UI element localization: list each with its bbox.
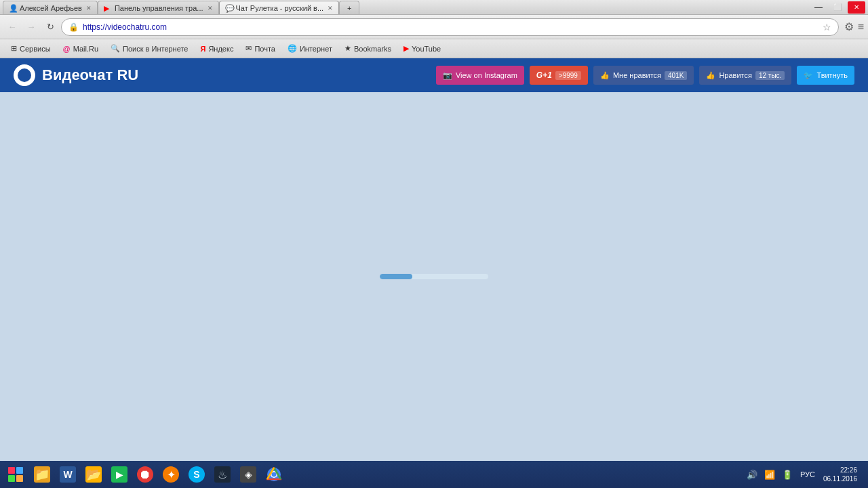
search-icon: 🔍 <box>111 44 120 53</box>
taskbar-record[interactable]: ⏺ <box>133 463 157 486</box>
skype-icon: S <box>189 466 205 483</box>
bookmark-internet-label: Интернет <box>300 45 332 53</box>
window-controls: — ⬜ ✕ <box>810 1 865 14</box>
nav-bar: ← → ↻ 🔒 https://videochatru.com ☆ ⚙ ≡ <box>0 15 868 39</box>
bookmark-mail-label: Почта <box>254 45 275 53</box>
bookmark-youtube[interactable]: ▶ YouTube <box>398 41 446 56</box>
minimize-button[interactable]: — <box>810 1 827 14</box>
like-label: Мне нравится <box>613 71 661 79</box>
close-button[interactable]: ✕ <box>848 1 865 14</box>
logo-icon <box>14 64 35 86</box>
like-button[interactable]: 👍 Мне нравится 401K <box>593 66 694 85</box>
tab-3-icon: 💬 <box>225 4 233 12</box>
taskbar-app2[interactable]: ◈ <box>236 463 260 486</box>
bookmark-search[interactable]: 🔍 Поиск в Интернете <box>105 41 193 56</box>
google-icon: G+1 <box>536 70 552 80</box>
yandex-icon: Я <box>200 45 205 53</box>
google-count: >9999 <box>555 71 581 80</box>
steam-icon: ♨ <box>214 466 231 483</box>
win-quad-3 <box>8 475 15 482</box>
tab-bar: 👤 Алексей Арефьев ✕ ▶ Панель управления … <box>3 0 810 14</box>
fb-like-count: 12 тыс. <box>755 71 785 80</box>
title-bar: 👤 Алексей Арефьев ✕ ▶ Панель управления … <box>0 0 868 15</box>
start-button[interactable] <box>3 463 28 486</box>
taskbar-chrome[interactable] <box>262 463 286 486</box>
bookmark-bookmarks[interactable]: ★ Bookmarks <box>339 41 397 56</box>
svg-point-2 <box>272 472 277 477</box>
clock-date: 06.11.2016 <box>823 474 857 483</box>
extensions-icon[interactable]: ⚙ <box>844 20 854 33</box>
fb-like-button[interactable]: 👍 Нравится 12 тыс. <box>699 66 791 85</box>
bookmark-services-label: Сервисы <box>20 45 51 53</box>
site-header: Видеочат RU 📷 View on Instagram G+1 >999… <box>0 58 868 92</box>
system-clock[interactable]: 22:26 06.11.2016 <box>821 464 860 485</box>
bookmark-bookmarks-label: Bookmarks <box>354 45 391 53</box>
volume-icon[interactable]: 🔊 <box>745 468 760 481</box>
forward-button[interactable]: → <box>23 19 39 35</box>
tab-3[interactable]: 💬 Чат Рулетка - русский в... ✕ <box>219 1 340 14</box>
folder-icon: 📂 <box>85 466 102 483</box>
logo-inner <box>18 68 31 82</box>
bookmark-mailru-label: Mail.Ru <box>73 45 98 53</box>
taskbar-word[interactable]: W <box>56 463 80 486</box>
taskbar-media[interactable]: ▶ <box>107 463 132 486</box>
tab-3-label: Чат Рулетка - русский в... <box>236 4 324 12</box>
win-quad-2 <box>16 467 23 474</box>
bookmark-mailru[interactable]: @ Mail.Ru <box>58 41 104 56</box>
instagram-icon: 📷 <box>443 71 452 80</box>
taskbar-skype[interactable]: S <box>184 463 209 486</box>
twitter-button[interactable]: 🐦 Твитнуть <box>797 66 854 85</box>
nav-right-icons: ⚙ ≡ <box>844 20 864 33</box>
fb-like-label: Нравится <box>719 71 752 79</box>
loading-bar-container <box>380 274 488 279</box>
internet-icon: 🌐 <box>288 44 297 53</box>
win-quad-4 <box>16 475 23 482</box>
app1-icon: ✦ <box>163 466 179 483</box>
bookmark-services[interactable]: ⊞ Сервисы <box>5 41 56 56</box>
tab-3-close[interactable]: ✕ <box>328 5 333 12</box>
site-logo: Видеочат RU <box>14 64 138 86</box>
taskbar-app1[interactable]: ✦ <box>159 463 183 486</box>
twitter-label: Твитнуть <box>816 71 848 79</box>
tab-1-close[interactable]: ✕ <box>86 5 92 12</box>
bookmarks-icon: ★ <box>344 44 351 53</box>
mail-icon: ✉ <box>245 44 252 53</box>
language-indicator[interactable]: РУС <box>797 469 818 480</box>
tab-new[interactable]: + <box>339 1 359 14</box>
record-icon: ⏺ <box>137 466 153 483</box>
tab-2-close[interactable]: ✕ <box>208 5 213 12</box>
youtube-icon: ▶ <box>403 44 409 53</box>
tab-2-label: Панель управления тра... <box>115 4 203 12</box>
like-icon: 👍 <box>600 71 610 80</box>
network-icon[interactable]: 📶 <box>762 468 777 481</box>
social-buttons: 📷 View on Instagram G+1 >9999 👍 Мне нрав… <box>436 66 854 85</box>
battery-icon[interactable]: 🔋 <box>780 468 795 481</box>
secure-icon: 🔒 <box>68 22 79 32</box>
taskbar-steam[interactable]: ♨ <box>210 463 235 486</box>
taskbar-explorer[interactable]: 📁 <box>30 463 54 486</box>
bookmark-search-label: Поиск в Интернете <box>123 45 188 53</box>
restore-button[interactable]: ⬜ <box>829 1 846 14</box>
bookmark-mail[interactable]: ✉ Почта <box>240 41 281 56</box>
back-button[interactable]: ← <box>4 19 20 35</box>
twitter-icon: 🐦 <box>804 71 813 80</box>
reload-button[interactable]: ↻ <box>42 19 58 35</box>
bookmarks-bar: ⊞ Сервисы @ Mail.Ru 🔍 Поиск в Интернете … <box>0 39 868 58</box>
tab-2[interactable]: ▶ Панель управления тра... ✕ <box>98 1 219 14</box>
tab-1[interactable]: 👤 Алексей Арефьев ✕ <box>3 1 98 14</box>
instagram-button[interactable]: 📷 View on Instagram <box>436 66 524 85</box>
menu-icon[interactable]: ≡ <box>858 21 864 33</box>
win-quad-1 <box>8 467 15 474</box>
bookmark-internet[interactable]: 🌐 Интернет <box>282 41 338 56</box>
address-bar[interactable]: 🔒 https://videochatru.com ☆ <box>61 18 839 36</box>
like-count: 401K <box>665 71 687 80</box>
bookmark-yandex-label: Яндекс <box>208 45 233 53</box>
bookmark-star-icon[interactable]: ☆ <box>823 22 831 33</box>
chrome-icon <box>266 466 282 483</box>
bookmark-yandex[interactable]: Я Яндекс <box>195 41 239 56</box>
google-button[interactable]: G+1 >9999 <box>530 66 588 85</box>
loading-bar-fill <box>380 274 412 279</box>
taskbar-folder[interactable]: 📂 <box>81 463 106 486</box>
media-player-icon: ▶ <box>111 466 127 483</box>
url-display: https://videochatru.com <box>83 22 818 32</box>
